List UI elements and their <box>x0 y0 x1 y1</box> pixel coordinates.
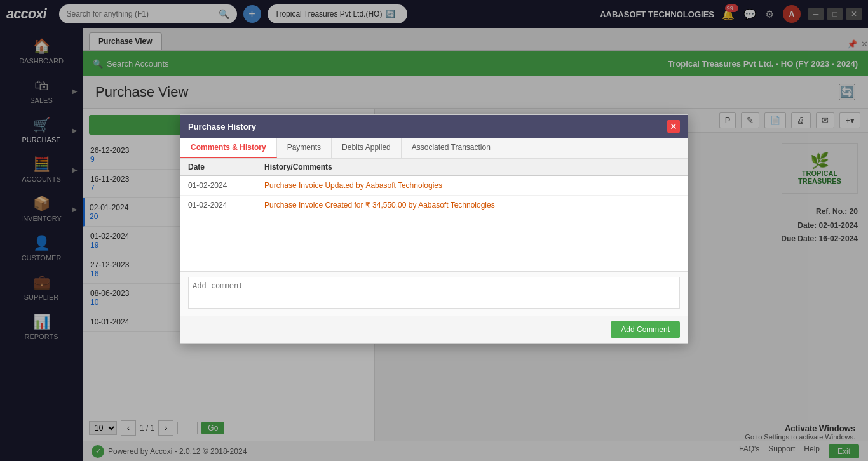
row-comment: Purchase Invoice Created for ₹ 34,550.00… <box>264 201 680 210</box>
modal-footer: Add Comment <box>180 316 688 343</box>
modal-tab-comments[interactable]: Comments & History <box>180 138 277 158</box>
modal-tab-debits[interactable]: Debits Applied <box>332 138 402 158</box>
modal-close-button[interactable]: ✕ <box>667 120 680 133</box>
modal-table-header: Date History/Comments <box>180 159 688 176</box>
row-date: 01-02-2024 <box>188 181 264 190</box>
row-comment: Purchase Invoice Updated by Aabasoft Tec… <box>264 181 680 190</box>
modal-tab-associated[interactable]: Associated Transaction <box>402 138 501 158</box>
modal-body: 01-02-2024 Purchase Invoice Updated by A… <box>180 176 688 271</box>
add-comment-area <box>180 271 688 316</box>
row-date: 01-02-2024 <box>188 201 264 210</box>
purchase-history-modal: Purchase History ✕ Comments & History Pa… <box>180 114 688 344</box>
add-comment-button[interactable]: Add Comment <box>611 321 680 338</box>
modal-table-row: 01-02-2024 Purchase Invoice Created for … <box>180 196 688 215</box>
modal-tab-payments[interactable]: Payments <box>277 138 332 158</box>
col-header-comments: History/Comments <box>264 163 680 171</box>
col-header-date: Date <box>188 163 264 171</box>
add-comment-input[interactable] <box>188 277 680 309</box>
modal-header: Purchase History ✕ <box>180 115 688 138</box>
modal-tabs: Comments & History Payments Debits Appli… <box>180 138 688 159</box>
modal-overlay: Purchase History ✕ Comments & History Pa… <box>0 0 868 461</box>
modal-table-row: 01-02-2024 Purchase Invoice Updated by A… <box>180 176 688 196</box>
modal-title: Purchase History <box>188 122 256 131</box>
